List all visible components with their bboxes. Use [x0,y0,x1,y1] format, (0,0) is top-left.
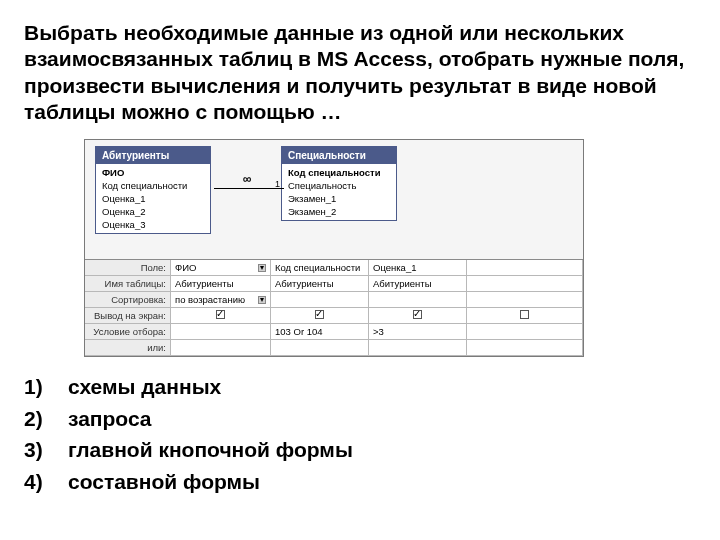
qbe-cell-table[interactable]: Абитуриенты [171,276,271,292]
table-left-fields: ФИО Код специальности Оценка_1 Оценка_2 … [96,164,210,233]
relationship-one-label: 1 [275,179,280,189]
dropdown-icon[interactable]: ▾ [258,264,266,272]
table-right-fields: Код специальности Специальность Экзамен_… [282,164,396,220]
answer-text: схемы данных [68,371,221,403]
field-item[interactable]: Экзамен_1 [282,192,396,205]
table-right[interactable]: Специальности Код специальности Специаль… [281,146,397,221]
qbe-cell-empty[interactable] [467,276,583,292]
qbe-cell-field[interactable]: Оценка_1 [369,260,467,276]
checkbox-icon[interactable] [413,310,422,319]
field-item[interactable]: Оценка_2 [96,205,210,218]
answer-option[interactable]: 3) главной кнопочной формы [24,434,696,466]
qbe-cell-table[interactable]: Абитуриенты [369,276,467,292]
checkbox-icon[interactable] [216,310,225,319]
qbe-cell-sort[interactable]: по возрастанию▾ [171,292,271,308]
relationship-line[interactable] [214,188,284,189]
qbe-cell-or[interactable] [171,340,271,356]
tables-pane: Абитуриенты ФИО Код специальности Оценка… [85,140,583,260]
answer-option[interactable]: 2) запроса [24,403,696,435]
qbe-cell-empty[interactable] [467,340,583,356]
qbe-cell-show[interactable] [369,308,467,324]
qbe-cell-empty[interactable] [467,260,583,276]
qbe-cell-field[interactable]: Код специальности [271,260,369,276]
qbe-cell-table[interactable]: Абитуриенты [271,276,369,292]
answer-text: запроса [68,403,152,435]
qbe-row-label: Поле: [85,260,171,276]
answer-number: 2) [24,403,50,435]
qbe-cell-show[interactable] [467,308,583,324]
qbe-cell-empty[interactable] [467,324,583,340]
qbe-cell-or[interactable] [369,340,467,356]
answer-option[interactable]: 1) схемы данных [24,371,696,403]
qbe-cell-show[interactable] [171,308,271,324]
answer-option[interactable]: 4) составной формы [24,466,696,498]
answer-text: составной формы [68,466,260,498]
qbe-cell-field[interactable]: ФИО▾ [171,260,271,276]
qbe-row-label: Условие отбора: [85,324,171,340]
qbe-cell-criteria[interactable] [171,324,271,340]
answer-number: 1) [24,371,50,403]
table-right-title: Специальности [282,147,396,164]
qbe-cell-criteria[interactable]: >3 [369,324,467,340]
field-item[interactable]: Специальность [282,179,396,192]
qbe-row-label: или: [85,340,171,356]
field-item[interactable]: Оценка_3 [96,218,210,231]
qbe-row-label: Вывод на экран: [85,308,171,324]
qbe-cell-empty[interactable] [467,292,583,308]
qbe-cell-sort[interactable] [369,292,467,308]
field-item[interactable]: Экзамен_2 [282,205,396,218]
answer-text: главной кнопочной формы [68,434,353,466]
access-query-designer: Абитуриенты ФИО Код специальности Оценка… [84,139,584,357]
checkbox-icon[interactable] [520,310,529,319]
qbe-cell-show[interactable] [271,308,369,324]
dropdown-icon[interactable]: ▾ [258,296,266,304]
answer-list: 1) схемы данных 2) запроса 3) главной кн… [24,371,696,497]
table-left[interactable]: Абитуриенты ФИО Код специальности Оценка… [95,146,211,234]
field-item[interactable]: Оценка_1 [96,192,210,205]
qbe-cell-sort[interactable] [271,292,369,308]
qbe-grid: Поле: ФИО▾ Код специальности Оценка_1 Им… [85,260,583,356]
answer-number: 4) [24,466,50,498]
qbe-cell-or[interactable] [271,340,369,356]
checkbox-icon[interactable] [315,310,324,319]
question-text: Выбрать необходимые данные из одной или … [24,20,696,125]
answer-number: 3) [24,434,50,466]
field-item[interactable]: ФИО [96,166,210,179]
table-left-title: Абитуриенты [96,147,210,164]
qbe-cell-criteria[interactable]: 103 Or 104 [271,324,369,340]
field-item[interactable]: Код специальности [282,166,396,179]
qbe-row-label: Имя таблицы: [85,276,171,292]
qbe-row-label: Сортировка: [85,292,171,308]
relationship-many-label: ∞ [243,172,252,186]
field-item[interactable]: Код специальности [96,179,210,192]
